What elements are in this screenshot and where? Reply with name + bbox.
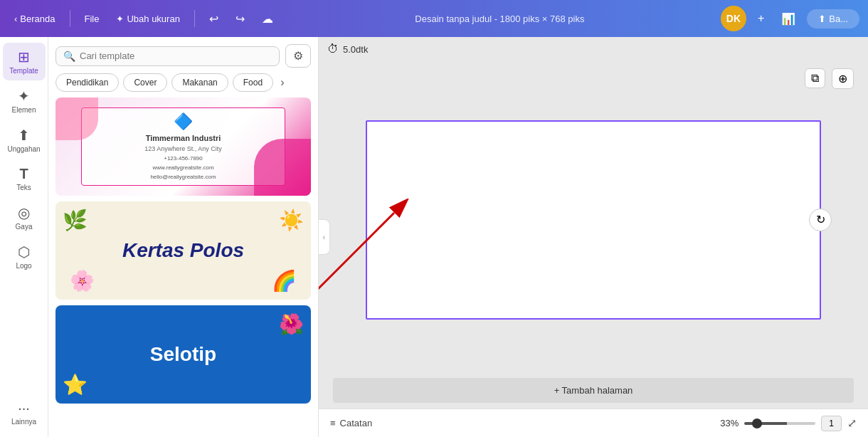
search-icon: 🔍 bbox=[63, 51, 75, 62]
deco-flower2: 🌺 bbox=[279, 312, 304, 336]
time-indicator: ⏱ 5.0dtk bbox=[327, 43, 368, 56]
separator2 bbox=[194, 10, 195, 27]
zoom-slider[interactable] bbox=[744, 422, 815, 425]
card1-company: Timmerman Industri bbox=[146, 134, 221, 142]
deco-rainbow: 🌈 bbox=[272, 269, 297, 293]
template-card-selotip[interactable]: ⭐ 🌺 Selotip bbox=[55, 305, 311, 404]
publish-button[interactable]: ⬆ Ba... bbox=[807, 9, 859, 28]
canvas[interactable] bbox=[366, 120, 821, 320]
sidebar-item-elemen[interactable]: ✦ Elemen bbox=[3, 82, 46, 120]
deco-leaf: 🌿 bbox=[63, 209, 88, 232]
template-panel: 🔍 ⚙ Pendidikan Cover Makanan Food › 🔷 Ti… bbox=[48, 37, 319, 437]
card3-title: Selotip bbox=[150, 343, 216, 366]
deco-flower: 🌸 bbox=[70, 269, 95, 293]
more-icon: ··· bbox=[18, 400, 30, 416]
tags-more-button[interactable]: › bbox=[277, 76, 287, 89]
tag-pendidikan[interactable]: Pendidikan bbox=[55, 73, 119, 92]
add-element-button[interactable]: ⊕ bbox=[832, 68, 854, 89]
template-icon: ⊞ bbox=[18, 48, 30, 65]
sidebar: ⊞ Template ✦ Elemen ⬆ Unggahan T Teks ◎ … bbox=[0, 37, 48, 437]
template-card-business[interactable]: 🔷 Timmerman Industri 123 Anywhere St., A… bbox=[55, 98, 311, 196]
status-right: 33% 1 ⤢ bbox=[720, 416, 857, 431]
zoom-value: 33% bbox=[720, 418, 739, 428]
fullscreen-button[interactable]: ⤢ bbox=[847, 416, 857, 430]
zoom-control: 33% bbox=[720, 418, 815, 428]
template-grid: 🔷 Timmerman Industri 123 Anywhere St., A… bbox=[48, 98, 318, 437]
card1-address: 123 Anywhere St., Any City bbox=[144, 145, 222, 152]
tag-makanan[interactable]: Makanan bbox=[171, 73, 228, 92]
upload-icon: ⬆ bbox=[18, 127, 30, 144]
cloud-save-button[interactable]: ☁ bbox=[256, 9, 279, 28]
page-indicator-button[interactable]: 1 bbox=[821, 416, 842, 431]
sidebar-item-logo[interactable]: ⬡ Logo bbox=[3, 238, 46, 275]
redo-button[interactable]: ↪ bbox=[230, 9, 250, 28]
canvas-wrapper: ⧉ ⊕ ↻ bbox=[319, 61, 868, 378]
notes-area: ≡ Catatan bbox=[330, 418, 372, 428]
sidebar-item-template[interactable]: ⊞ Template bbox=[3, 43, 46, 80]
panel-collapse-handle[interactable]: ‹ bbox=[319, 219, 330, 255]
sidebar-item-unggahan[interactable]: ⬆ Unggahan bbox=[3, 121, 46, 159]
search-input[interactable] bbox=[80, 51, 272, 61]
filter-button[interactable]: ⚙ bbox=[285, 44, 311, 68]
time-value: 5.0dtk bbox=[343, 44, 368, 55]
card1-email: hello@reallygreatsite.com bbox=[150, 174, 216, 180]
sidebar-item-teks[interactable]: T Teks bbox=[3, 160, 46, 197]
clock-icon: ⏱ bbox=[327, 43, 339, 56]
template-card-kertas-polos[interactable]: 🌿 ☀️ 🌸 🌈 Kertas Polos bbox=[55, 201, 311, 300]
separator bbox=[70, 10, 70, 27]
card2-title: Kertas Polos bbox=[122, 239, 244, 262]
card1-website: www.reallygreatsite.com bbox=[152, 164, 213, 171]
notes-label: Catatan bbox=[340, 418, 373, 428]
tag-food[interactable]: Food bbox=[233, 73, 273, 92]
card1-logo: 🔷 bbox=[174, 112, 193, 131]
back-icon: ‹ bbox=[14, 14, 17, 24]
search-bar: 🔍 ⚙ bbox=[48, 37, 318, 73]
undo-button[interactable]: ↩ bbox=[203, 9, 224, 28]
add-page-button[interactable]: + Tambah halaman bbox=[333, 378, 854, 403]
sidebar-item-gaya[interactable]: ◎ Gaya bbox=[3, 199, 46, 236]
tag-cover[interactable]: Cover bbox=[123, 73, 167, 92]
resize-button[interactable]: ✦ Ubah ukuran bbox=[110, 11, 185, 27]
search-input-wrap[interactable]: 🔍 bbox=[55, 46, 280, 66]
style-icon: ◎ bbox=[18, 204, 30, 221]
notes-icon: ≡ bbox=[330, 418, 336, 428]
tags-row: Pendidikan Cover Makanan Food › bbox=[48, 73, 318, 98]
logo-icon: ⬡ bbox=[18, 243, 30, 260]
analytics-button[interactable]: 📊 bbox=[776, 9, 801, 28]
resize-icon: ✦ bbox=[116, 14, 124, 24]
topbar-right: DK + 📊 ⬆ Ba... bbox=[721, 6, 859, 31]
refresh-button[interactable]: ↻ bbox=[809, 209, 832, 231]
main-layout: ⊞ Template ✦ Elemen ⬆ Unggahan T Teks ◎ … bbox=[0, 37, 868, 437]
document-title: Desain tanpa judul - 1800 piks × 768 pik… bbox=[285, 14, 715, 24]
duplicate-page-button[interactable]: ⧉ bbox=[805, 68, 825, 88]
canvas-container: ↻ bbox=[366, 120, 821, 320]
text-icon: T bbox=[19, 166, 28, 182]
file-button[interactable]: File bbox=[79, 11, 105, 27]
sidebar-item-lainnya[interactable]: ··· Lainnya bbox=[3, 394, 46, 431]
canvas-toolbar: ⏱ 5.0dtk bbox=[319, 37, 868, 61]
deco-starfish: ⭐ bbox=[63, 373, 88, 396]
statusbar: ≡ Catatan 33% 1 ⤢ bbox=[319, 409, 868, 437]
card1-phone: +123-456-7890 bbox=[164, 155, 203, 162]
canvas-area: ⏱ 5.0dtk ⧉ ⊕ ↻ bbox=[319, 37, 868, 437]
topbar: ‹ Beranda File ✦ Ubah ukuran ↩ ↪ ☁ Desai… bbox=[0, 0, 868, 37]
deco-sun: ☀️ bbox=[279, 209, 304, 232]
share-icon: ⬆ bbox=[818, 14, 826, 24]
elements-icon: ✦ bbox=[18, 88, 30, 105]
add-collaborator-button[interactable]: + bbox=[752, 9, 770, 28]
back-button[interactable]: ‹ Beranda bbox=[9, 11, 61, 27]
avatar[interactable]: DK bbox=[721, 6, 746, 31]
